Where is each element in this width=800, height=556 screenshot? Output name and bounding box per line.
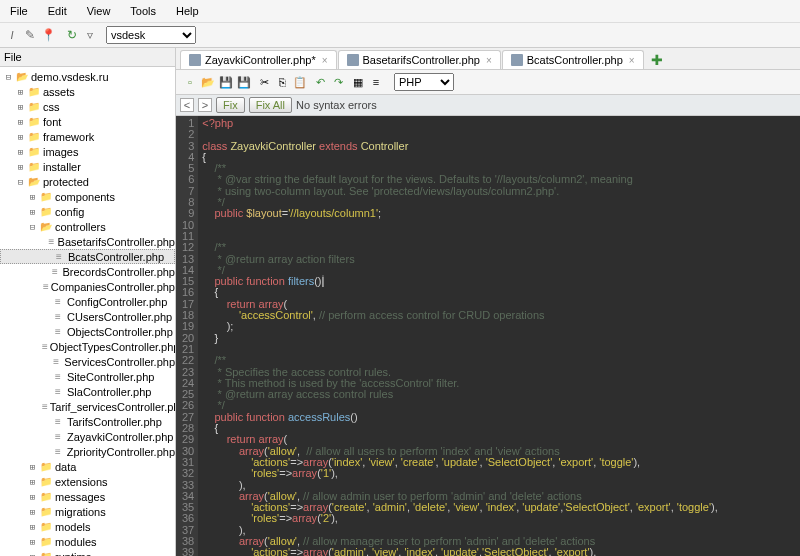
tree-item[interactable]: ≡BasetarifsController.php <box>0 234 175 249</box>
tree-item[interactable]: ⊞📁models <box>0 519 175 534</box>
tree-item[interactable]: ⊞📁components <box>0 189 175 204</box>
file-tree: ⊟📂demo.vsdesk.ru⊞📁assets⊞📁css⊞📁font⊞📁fra… <box>0 67 175 556</box>
tree-twisty-icon[interactable]: ⊞ <box>16 162 25 172</box>
filter-icon[interactable]: ▿ <box>82 27 98 43</box>
next-error-button[interactable]: > <box>198 98 212 112</box>
code-editor[interactable]: 1234567891011121314151617181920212223242… <box>176 116 800 556</box>
grid-icon[interactable]: ▦ <box>350 74 366 90</box>
tree-twisty-icon[interactable]: ⊞ <box>16 117 25 127</box>
fix-all-button[interactable]: Fix All <box>249 97 292 113</box>
menu-tools[interactable]: Tools <box>122 3 164 19</box>
tree-twisty-icon[interactable]: ⊞ <box>28 192 37 202</box>
project-selector[interactable]: vsdesk <box>106 26 196 44</box>
tree-item[interactable]: ⊟📂controllers <box>0 219 175 234</box>
tree-item[interactable]: ⊞📁migrations <box>0 504 175 519</box>
copy-icon[interactable]: ⎘ <box>274 74 290 90</box>
folder-icon: 📁 <box>39 521 53 533</box>
language-selector[interactable]: PHP <box>394 73 454 91</box>
tree-twisty-icon[interactable]: ⊞ <box>28 537 37 547</box>
tree-twisty-icon[interactable]: ⊞ <box>28 492 37 502</box>
tree-item[interactable]: ≡BcatsController.php <box>0 249 175 264</box>
tree-item[interactable]: ≡BrecordsController.php <box>0 264 175 279</box>
tree-item[interactable]: ≡CUsersController.php <box>0 309 175 324</box>
tree-twisty-icon[interactable]: ⊞ <box>28 552 37 557</box>
open-icon[interactable]: 📂 <box>200 74 216 90</box>
tree-twisty-icon[interactable]: ⊟ <box>4 72 13 82</box>
file-type-icon <box>347 54 359 66</box>
tree-item[interactable]: ⊞📁data <box>0 459 175 474</box>
new-file-icon[interactable]: ▫ <box>182 74 198 90</box>
tree-item[interactable]: ⊟📂protected <box>0 174 175 189</box>
tree-label: messages <box>55 491 105 503</box>
tree-item[interactable]: ⊟📂demo.vsdesk.ru <box>0 69 175 84</box>
fix-button[interactable]: Fix <box>216 97 245 113</box>
tree-item[interactable]: ≡Tarif_servicesController.php <box>0 399 175 414</box>
save-all-icon[interactable]: 💾 <box>236 74 252 90</box>
tree-item[interactable]: ⊞📁font <box>0 114 175 129</box>
tree-label: SlaController.php <box>67 386 151 398</box>
tree-item[interactable]: ≡TarifsController.php <box>0 414 175 429</box>
tree-item[interactable]: ≡SlaController.php <box>0 384 175 399</box>
tree-label: SiteController.php <box>67 371 154 383</box>
tree-twisty-icon[interactable]: ⊞ <box>28 522 37 532</box>
tree-twisty-icon[interactable]: ⊞ <box>16 132 25 142</box>
tree-item[interactable]: ⊞📁framework <box>0 129 175 144</box>
file-sidebar: File ⊟📂demo.vsdesk.ru⊞📁assets⊞📁css⊞📁font… <box>0 48 176 556</box>
save-icon[interactable]: 💾 <box>218 74 234 90</box>
editor-tab[interactable]: ZayavkiController.php*× <box>180 50 337 69</box>
tree-item[interactable]: ≡ObjectsController.php <box>0 324 175 339</box>
tree-item[interactable]: ⊞📁installer <box>0 159 175 174</box>
pin-icon[interactable]: 📍 <box>40 27 56 43</box>
folder-icon: 📁 <box>39 191 53 203</box>
tree-item[interactable]: ≡ZpriorityController.php <box>0 444 175 459</box>
wrap-icon[interactable]: ≡ <box>368 74 384 90</box>
menu-edit[interactable]: Edit <box>40 3 75 19</box>
code-content[interactable]: <?php class ZayavkiController extends Co… <box>198 116 800 556</box>
tree-twisty-icon[interactable]: ⊞ <box>16 87 25 97</box>
tree-item[interactable]: ≡CompaniesController.php <box>0 279 175 294</box>
undo-icon[interactable]: ↶ <box>312 74 328 90</box>
tree-item[interactable]: ⊞📁messages <box>0 489 175 504</box>
tree-item[interactable]: ⊞📁images <box>0 144 175 159</box>
tree-item[interactable]: ≡ObjectTypesController.php <box>0 339 175 354</box>
tree-label: ServicesController.php <box>64 356 175 368</box>
tree-label: controllers <box>55 221 106 233</box>
tree-twisty-icon[interactable]: ⊞ <box>28 507 37 517</box>
tree-twisty-icon[interactable]: ⊞ <box>28 477 37 487</box>
menu-file[interactable]: File <box>2 3 36 19</box>
tree-item[interactable]: ⊞📁assets <box>0 84 175 99</box>
prev-error-button[interactable]: < <box>180 98 194 112</box>
tree-item[interactable]: ⊞📁config <box>0 204 175 219</box>
editor-tab[interactable]: BcatsController.php× <box>502 50 644 69</box>
close-icon[interactable]: × <box>629 55 635 66</box>
tree-item[interactable]: ≡SiteController.php <box>0 369 175 384</box>
tree-item[interactable]: ⊞📁css <box>0 99 175 114</box>
tree-item[interactable]: ⊞📁extensions <box>0 474 175 489</box>
close-icon[interactable]: × <box>486 55 492 66</box>
tree-item[interactable]: ⊞📁runtime <box>0 549 175 556</box>
editor-tab[interactable]: BasetarifsController.php× <box>338 50 501 69</box>
tree-twisty-icon[interactable]: ⊞ <box>28 462 37 472</box>
cursor-icon[interactable]: I <box>4 27 20 43</box>
tree-item[interactable]: ≡ConfigController.php <box>0 294 175 309</box>
add-tab-button[interactable]: ✚ <box>645 52 669 68</box>
folder-icon: 📁 <box>27 116 41 128</box>
cut-icon[interactable]: ✂ <box>256 74 272 90</box>
syntax-status-text: No syntax errors <box>296 99 377 111</box>
tree-twisty-icon[interactable]: ⊞ <box>16 102 25 112</box>
tree-item[interactable]: ≡ServicesController.php <box>0 354 175 369</box>
tree-twisty-icon[interactable]: ⊞ <box>28 207 37 217</box>
tree-item[interactable]: ≡ZayavkiController.php <box>0 429 175 444</box>
folder-icon: 📁 <box>27 101 41 113</box>
menu-view[interactable]: View <box>79 3 119 19</box>
close-icon[interactable]: × <box>322 55 328 66</box>
tree-item[interactable]: ⊞📁modules <box>0 534 175 549</box>
tree-twisty-icon[interactable]: ⊞ <box>16 147 25 157</box>
paste-icon[interactable]: 📋 <box>292 74 308 90</box>
menu-help[interactable]: Help <box>168 3 207 19</box>
redo-icon[interactable]: ↷ <box>330 74 346 90</box>
tree-twisty-icon[interactable]: ⊟ <box>16 177 25 187</box>
wand-icon[interactable]: ✎ <box>22 27 38 43</box>
tree-twisty-icon[interactable]: ⊟ <box>28 222 37 232</box>
refresh-icon[interactable]: ↻ <box>64 27 80 43</box>
